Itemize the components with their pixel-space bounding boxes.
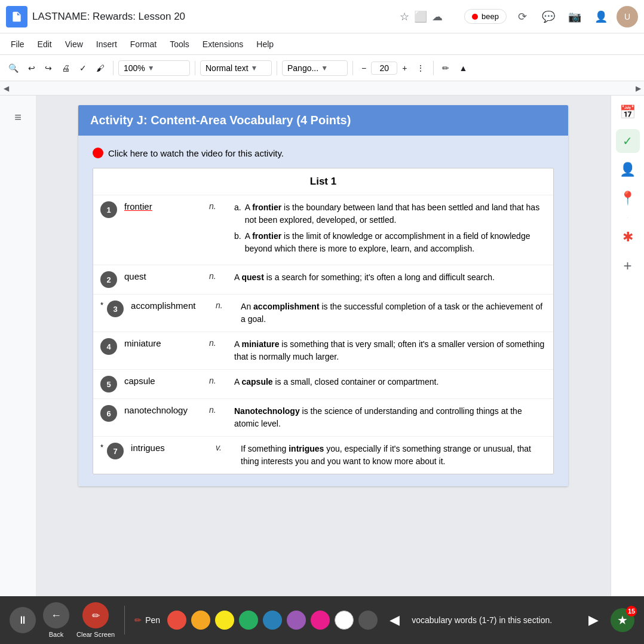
star-icon[interactable]: ☆ [400, 10, 409, 23]
folder-icon[interactable]: ⬜ [414, 10, 427, 23]
vocab-pos-6: n. [209, 405, 227, 415]
vocab-num-6: 6 [100, 405, 117, 422]
person-icon[interactable]: 👤 [616, 158, 640, 182]
vocab-def-1: a. A frontier is the boundary between la… [234, 201, 546, 259]
undo-button[interactable]: ↩ [24, 61, 39, 75]
chat-button[interactable]: 💬 [538, 6, 559, 27]
video-text: Click here to watch the video for this a… [108, 148, 284, 158]
vocab-num-4: 4 [100, 338, 117, 355]
collapse-button[interactable]: ▲ [455, 61, 471, 75]
avatar[interactable]: U [617, 6, 638, 27]
vocab-row-1: 1 frontier n. a. A frontier is the bound… [93, 195, 553, 265]
star-7: * [100, 443, 103, 452]
doc-title: LASTNAME: Rewards: Lesson 20 [32, 11, 395, 23]
separator-1 [113, 61, 114, 75]
add-people-button[interactable]: 👤 [590, 6, 612, 27]
font-dropdown[interactable]: Pango... ▼ [282, 60, 348, 76]
style-value: Normal text [206, 63, 249, 73]
nav-left-arrow[interactable]: ◀ [385, 608, 404, 633]
menu-insert[interactable]: Insert [90, 37, 123, 51]
star-app-icon[interactable]: ✱ [616, 225, 640, 249]
word-frontier: frontier [124, 201, 152, 211]
redo-button[interactable]: ↪ [41, 61, 56, 75]
menu-help[interactable]: Help [250, 37, 280, 51]
menu-format[interactable]: Format [124, 37, 162, 51]
maps-icon[interactable]: 📍 [616, 186, 640, 210]
paint-format-button[interactable]: 🖌 [93, 61, 108, 75]
star-3: * [100, 300, 103, 309]
menu-tools[interactable]: Tools [164, 37, 195, 51]
color-red[interactable] [167, 611, 186, 630]
clear-screen-button[interactable]: ✏ Clear Screen [76, 602, 115, 638]
ruler-right-arrow[interactable]: ▶ [632, 84, 644, 93]
sub-def-1b: b. A frontier is the limit of knowledge … [234, 230, 546, 255]
color-yellow[interactable] [215, 611, 234, 630]
doc-icon [6, 6, 27, 27]
vocab-row-6: 6 nanotechnology n. Nanotechnology is th… [93, 399, 553, 437]
color-green[interactable] [239, 611, 258, 630]
doc-area[interactable]: Activity J: Content-Area Vocabulary (4 P… [36, 96, 611, 596]
search-button[interactable]: 🔍 [5, 61, 22, 75]
menu-view[interactable]: View [59, 37, 89, 51]
video-dot [93, 148, 103, 158]
font-size-control: − 20 + [358, 61, 410, 75]
font-chevron: ▼ [321, 64, 328, 72]
separator-4 [352, 61, 353, 75]
more-options-button[interactable]: ⋮ [413, 61, 428, 75]
add-app-icon[interactable]: + [616, 254, 640, 278]
ruler-left-arrow[interactable]: ◀ [0, 84, 12, 93]
video-link[interactable]: Click here to watch the video for this a… [93, 148, 554, 158]
sub-def-text-1a: A frontier is the boundary between land … [245, 201, 546, 226]
clear-label: Clear Screen [76, 631, 115, 638]
vocab-table: List 1 1 frontier n. a. A frontier is th… [93, 168, 554, 474]
doc-card: Activity J: Content-Area Vocabulary (4 P… [78, 105, 568, 486]
color-white[interactable] [335, 611, 354, 630]
separator [124, 606, 125, 634]
calendar-icon[interactable]: 📅 [616, 100, 640, 124]
cloud-icon[interactable]: ☁ [432, 10, 443, 23]
color-purple[interactable] [287, 611, 306, 630]
print-button[interactable]: 🖨 [58, 61, 73, 75]
color-pink[interactable] [311, 611, 330, 630]
badge-container: ★ 15 [611, 608, 634, 632]
vocab-word-2: quest [124, 271, 202, 281]
style-dropdown[interactable]: Normal text ▼ [200, 60, 272, 76]
vocab-row-5: 5 capsule n. A capsule is a small, close… [93, 370, 553, 399]
font-size-input[interactable]: 20 [371, 62, 397, 75]
vocab-row-7: * 7 intrigues v. If something intrigues … [93, 437, 553, 474]
vocab-num-2: 2 [100, 271, 117, 288]
sub-label-b: b. [234, 230, 241, 255]
back-button[interactable]: ← Back [43, 602, 69, 638]
outline-icon[interactable]: ≡ [6, 105, 30, 129]
menu-file[interactable]: File [5, 37, 30, 51]
tasks-icon[interactable]: ✓ [616, 129, 640, 153]
pen-button[interactable]: ✏ [438, 61, 453, 75]
vocab-pos-4: n. [209, 338, 227, 348]
badge-count: 15 [626, 606, 637, 617]
font-size-decrease[interactable]: − [358, 61, 370, 75]
vocab-word-3: accomplishment [131, 300, 208, 311]
video-button[interactable]: 📷 [564, 6, 585, 27]
nav-right-arrow[interactable]: ▶ [584, 608, 603, 633]
zoom-dropdown[interactable]: 100% ▼ [118, 60, 190, 76]
back-circle: ← [43, 602, 69, 628]
color-orange[interactable] [191, 611, 210, 630]
sub-def-1a: a. A frontier is the boundary between la… [234, 201, 546, 226]
vocab-row-3: * 3 accomplishment n. An accomplishment … [93, 295, 553, 332]
beep-label: beep [482, 12, 499, 21]
menu-extensions[interactable]: Extensions [197, 37, 249, 51]
bottom-toolbar: ⏸ ← Back ✏ Clear Screen ✏ Pen ◀ vocabula… [0, 596, 644, 644]
back-label: Back [49, 631, 63, 638]
pen-text: Pen [145, 615, 160, 625]
history-button[interactable]: ⟳ [511, 6, 533, 27]
spellcheck-button[interactable]: ✓ [76, 61, 90, 75]
color-dark[interactable] [358, 611, 378, 630]
doc-content: Click here to watch the video for this a… [78, 136, 568, 486]
font-size-increase[interactable]: + [398, 61, 410, 75]
color-blue[interactable] [263, 611, 282, 630]
menu-edit[interactable]: Edit [32, 37, 58, 51]
vocab-row-4: 4 miniature n. A miniature is something … [93, 332, 553, 370]
pause-button[interactable]: ⏸ [10, 607, 36, 633]
vocab-num-5: 5 [100, 376, 117, 392]
beep-button[interactable]: beep [464, 9, 507, 24]
